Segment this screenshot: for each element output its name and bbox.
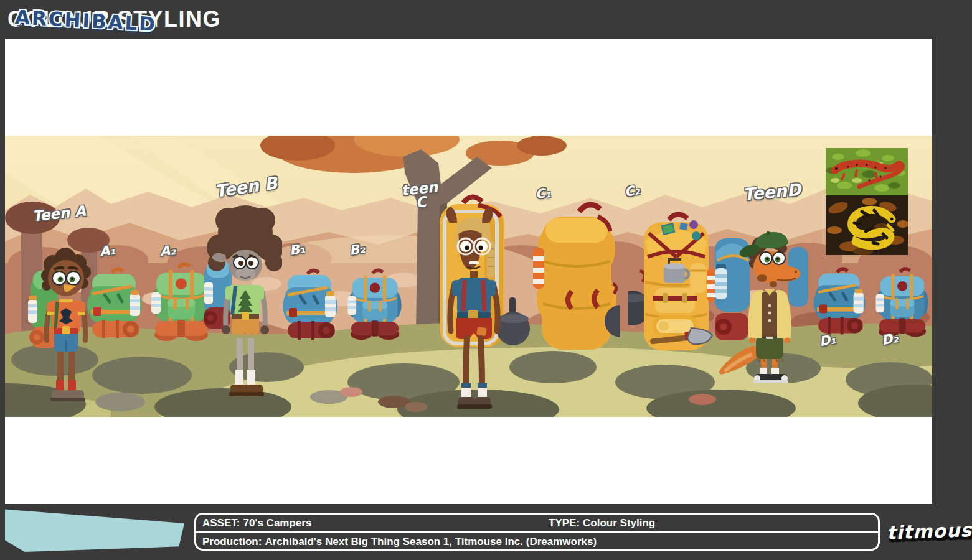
backpack-a2 — [151, 261, 212, 342]
type-value: Colour Styling — [583, 517, 655, 529]
patch-diamond-green — [662, 223, 675, 234]
patch-diamond-blue — [679, 223, 688, 230]
label-c1: C₁ — [535, 187, 551, 201]
red-salamander-photo — [826, 148, 908, 195]
type-label: TYPE: — [549, 517, 580, 529]
backpack-c1 — [533, 199, 620, 355]
production-value: Archibald's Next Big Thing Season 1, Tit… — [265, 536, 597, 548]
label-d1: D₁ — [818, 334, 837, 348]
backpack-c2 — [628, 208, 721, 364]
patch-circle-purple — [689, 220, 698, 229]
fire-salamander-photo — [826, 195, 908, 255]
asset-info-table: ASSET:70's Campers TYPE:Colour Styling P… — [194, 513, 880, 551]
info-table-row-1: ASSET:70's Campers TYPE:Colour Styling — [196, 515, 878, 533]
teen-c-figure — [403, 187, 534, 412]
teen-b-figure — [204, 203, 282, 406]
asset-label: ASSET: — [202, 517, 240, 529]
label-b2: B₂ — [348, 243, 366, 258]
patch-circle-teal — [692, 231, 701, 240]
titmouse-logo: titmouse — [886, 518, 972, 544]
scene-illustration: Teen A A₁ A₂ Teen B B₁ B₂ teen C C₁ C₂ T… — [5, 136, 932, 417]
label-a1: A₁ — [99, 244, 116, 258]
asset-value: 70's Campers — [243, 517, 311, 529]
label-d2: D₂ — [880, 332, 899, 347]
colour-styling-sheet: { "header": { "title": "COLOUR STYLING" … — [0, 0, 972, 560]
type-cell: TYPE:Colour Styling — [549, 517, 658, 530]
artboard-panel: Teen A A₁ A₂ Teen B B₁ B₂ teen C C₁ C₂ T… — [5, 39, 932, 504]
label-c2: C₂ — [623, 184, 641, 199]
backpack-d2 — [873, 266, 932, 338]
label-b1: B₁ — [288, 243, 306, 258]
backpack-b1 — [281, 268, 341, 343]
backpack-d1 — [811, 266, 869, 338]
backpack-b2 — [346, 268, 405, 341]
archibald-logo-banner — [5, 507, 184, 552]
label-a2: A₂ — [159, 245, 176, 258]
teen-d-figure — [715, 215, 808, 388]
asset-cell: ASSET:70's Campers — [202, 517, 314, 530]
label-teen-c: teen C — [400, 180, 440, 212]
backpack-a1 — [86, 266, 145, 342]
production-cell: Production:Archibald's Next Big Thing Se… — [202, 536, 600, 548]
production-label: Production: — [202, 536, 262, 548]
label-teen-d: TeenD — [742, 182, 801, 203]
